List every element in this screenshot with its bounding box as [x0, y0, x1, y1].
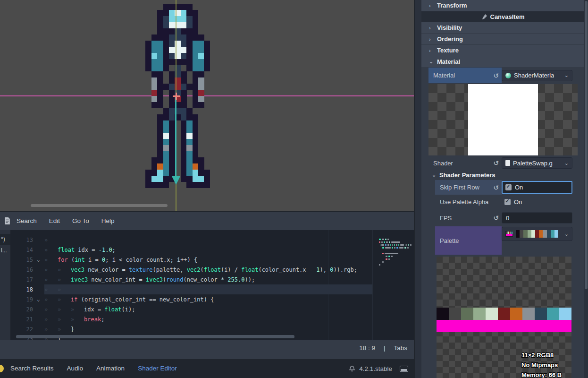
code-lines[interactable]: 13»14»float idx = -1.0;15⌄»for (int i = …	[10, 230, 414, 340]
chevron-down-icon: ⌄	[564, 231, 569, 237]
menu-edit[interactable]: Edit	[43, 217, 66, 224]
material-preview-texture	[468, 84, 538, 155]
inspector-panel: › Transform CanvasItem › Visibility › Or…	[414, 0, 588, 378]
skip-first-row-label-cell[interactable]: Skip First Row ↺	[435, 180, 502, 195]
code-area[interactable]: 13»14»float idx = -1.0;15⌄»for (int i = …	[10, 230, 414, 340]
texture-memory-label: Memory: 66 B	[521, 370, 562, 378]
material-resource-picker[interactable]: ShaderMateria ⌄	[502, 70, 572, 81]
code-line[interactable]: 22»»}	[10, 324, 414, 334]
revert-icon[interactable]: ↺	[493, 159, 499, 167]
tab-search-results[interactable]: Search Results	[4, 359, 60, 378]
palette-magenta-row	[437, 320, 571, 332]
code-line[interactable]: 20»»»idx = float(i);	[10, 304, 414, 314]
palette-swatch	[522, 308, 535, 320]
viewport-hscrollbar[interactable]	[31, 204, 168, 207]
code-line[interactable]: 13»	[10, 235, 414, 245]
texture-mipmaps-label: No Mipmaps	[521, 360, 562, 370]
section-visibility[interactable]: › Visibility	[421, 22, 584, 33]
move-gizmo-line[interactable]	[175, 97, 176, 177]
shader-label-cell[interactable]: Shader ↺	[428, 156, 502, 170]
line-number: 19	[10, 296, 37, 303]
code-editor: *) l... 13»14»float idx = -1.0;15⌄»for (…	[0, 230, 414, 340]
palette-swatch	[539, 230, 543, 238]
code-line[interactable]: 15⌄»for (int i = 0; i < color_count.x; i…	[10, 255, 414, 265]
fold-arrow-icon[interactable]: ⌄	[37, 296, 44, 302]
skip-first-row-checkbox-field[interactable]: On	[502, 181, 572, 194]
shader-file-item[interactable]: *)	[0, 234, 10, 245]
menu-search[interactable]: Search	[10, 217, 43, 224]
section-transform[interactable]: › Transform	[421, 0, 584, 11]
property-label: FPS	[435, 215, 452, 222]
checkbox-icon[interactable]	[505, 184, 512, 190]
material-label-cell[interactable]: Material ↺	[428, 68, 502, 83]
line-number: 20	[10, 306, 37, 313]
palette-texture-picker[interactable]: ⌄	[502, 227, 572, 241]
scrollbar-thumb[interactable]	[585, 1, 588, 289]
code-hscrollbar[interactable]	[16, 335, 294, 338]
fold-arrow-icon[interactable]: ⌄	[37, 257, 44, 263]
code-line[interactable]: 21»»»break;	[10, 314, 414, 324]
use-palette-alpha-label-cell[interactable]: Use Palette Alpha	[435, 195, 502, 209]
use-palette-alpha-checkbox-field[interactable]: On	[502, 196, 572, 208]
code-line[interactable]: 19⌄»»if (original_color_int == new_color…	[10, 294, 414, 304]
revert-icon[interactable]: ↺	[493, 184, 499, 191]
shader-file-icon	[505, 160, 510, 166]
palette-swatch	[523, 230, 527, 238]
menu-help[interactable]: Help	[95, 217, 121, 224]
shader-editor-panel: Search Edit Go To Help *) l... 13»14»flo…	[0, 211, 414, 359]
indent-mode[interactable]: Tabs	[394, 344, 407, 352]
palette-color-row	[437, 308, 571, 320]
canvasitem-icon	[481, 14, 487, 20]
palette-swatch	[520, 230, 523, 238]
tab-animation[interactable]: Animation	[90, 359, 131, 378]
section-ordering[interactable]: › Ordering	[421, 34, 584, 44]
shader-editor-menubar: Search Edit Go To Help	[0, 212, 414, 229]
code-line[interactable]: 18»»	[10, 284, 414, 294]
palette-swatch	[486, 308, 498, 320]
shader-resource-picker[interactable]: PaletteSwap.g ⌄	[502, 157, 572, 169]
line-number: 13	[10, 237, 37, 243]
checkbox-icon[interactable]	[504, 199, 511, 205]
inspector-scrollbar[interactable]	[584, 0, 588, 378]
line-number: 22	[10, 326, 37, 333]
palette-texture-rows	[437, 308, 571, 332]
fps-input[interactable]: 0	[502, 212, 572, 223]
fps-label-cell[interactable]: FPS ↺	[435, 209, 502, 226]
hscroll-thumb[interactable]	[16, 335, 294, 338]
chevron-down-icon: ⌄	[564, 72, 569, 78]
code-line[interactable]: 16»»vec3 new_color = texture(palette, ve…	[10, 265, 414, 275]
bell-icon[interactable]	[349, 365, 355, 372]
section-material[interactable]: ⌄ Material	[421, 56, 584, 67]
shader-file-list[interactable]: *) l...	[0, 230, 10, 340]
line-number: 21	[10, 316, 37, 323]
property-label: Palette	[435, 237, 459, 244]
tab-shader-editor[interactable]: Shader Editor	[131, 359, 184, 378]
palette-swatch	[449, 308, 461, 320]
shader-file-item[interactable]: l...	[0, 245, 10, 257]
section-texture[interactable]: › Texture	[421, 45, 584, 56]
revert-icon[interactable]: ↺	[493, 72, 499, 79]
line-number: 16	[10, 266, 37, 273]
move-gizmo-arrowhead[interactable]	[172, 176, 180, 185]
line-number: 18	[10, 286, 37, 293]
2d-viewport[interactable]	[0, 0, 414, 211]
chevron-right-icon: ›	[429, 25, 433, 31]
palette-label-cell[interactable]: Palette	[435, 226, 502, 255]
menu-goto[interactable]: Go To	[66, 217, 95, 224]
revert-icon[interactable]: ↺	[493, 214, 499, 222]
palette-swatch	[516, 230, 520, 238]
code-minimap[interactable]	[372, 230, 414, 340]
script-icon	[4, 217, 10, 224]
palette-strip-preview	[516, 230, 558, 238]
toggle-bottom-panel-icon[interactable]	[400, 366, 408, 372]
section-shader-parameters[interactable]: ⌄ Shader Parameters	[421, 170, 584, 180]
chevron-down-icon: ⌄	[429, 59, 433, 65]
palette-swatch	[437, 308, 449, 320]
code-line[interactable]: 17»»ivec3 new_color_int = ivec3(round(ne…	[10, 275, 414, 284]
palette-swatch	[528, 230, 531, 238]
tab-audio[interactable]: Audio	[60, 359, 90, 378]
notification-dot-icon[interactable]	[0, 365, 4, 372]
code-line[interactable]: 14»float idx = -1.0;	[10, 245, 414, 255]
property-row-shader: Shader ↺ PaletteSwap.g ⌄	[421, 156, 584, 170]
property-row-fps: FPS ↺ 0	[421, 209, 584, 226]
